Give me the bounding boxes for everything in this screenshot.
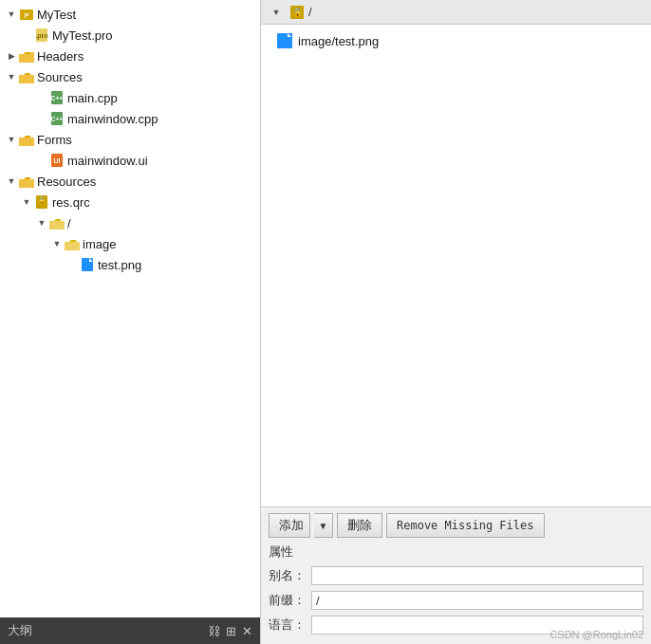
tree-arrow-root	[4, 7, 19, 22]
prop-label-alias: 别名：	[269, 567, 311, 584]
prop-label-language: 语言：	[269, 616, 311, 634]
tree-item-resources[interactable]: Resources	[0, 171, 260, 192]
test-png-label: test.png	[98, 258, 141, 272]
prop-row-language: 语言：	[269, 614, 643, 636]
bottom-bar: 大纲 ⛓ ⊞ ✕	[0, 617, 260, 644]
tree-root-label: MyTest	[37, 8, 76, 22]
sources-label: Sources	[37, 70, 83, 84]
resource-header-arrow	[269, 5, 284, 20]
mainwindow-ui-label: mainwindow.ui	[67, 154, 148, 168]
prop-input-prefix[interactable]	[311, 591, 643, 610]
tree-item-mainwindow-cpp[interactable]: ▶ C++ mainwindow.cpp	[0, 108, 260, 129]
tree-arrow-image	[49, 236, 65, 251]
prop-row-prefix: 前缀：	[269, 589, 643, 612]
image-folder-icon	[65, 238, 80, 251]
svg-rect-12	[82, 258, 93, 271]
project-icon: P	[19, 7, 34, 22]
svg-text:C++: C++	[51, 95, 63, 101]
headers-folder-icon	[19, 50, 34, 64]
add-button[interactable]: 添加	[269, 513, 310, 538]
svg-text:UI: UI	[54, 157, 61, 164]
resource-header-label: /	[308, 5, 312, 19]
main-cpp-label: main.cpp	[67, 91, 118, 105]
action-area: 添加 ▼ 删除 Remove Missing Files 属性 别名：	[261, 506, 651, 644]
prop-label-prefix: 前缀：	[269, 592, 311, 609]
resource-png-icon	[276, 32, 293, 49]
mainwindow-cpp-label: mainwindow.cpp	[67, 112, 158, 126]
svg-text:🔒: 🔒	[292, 7, 304, 18]
prop-row-alias: 别名：	[269, 564, 643, 587]
prop-input-alias[interactable]	[311, 566, 643, 585]
tree-item-res-qrc[interactable]: 🔒 res.qrc	[0, 192, 260, 212]
props-header-label: 属性	[269, 544, 293, 559]
tree-item-test-png[interactable]: ▶ test.png	[0, 254, 260, 275]
headers-label: Headers	[37, 49, 84, 64]
remove-missing-button[interactable]: Remove Missing Files	[386, 513, 545, 538]
tree-item-pro[interactable]: ▶ .pro MyTest.pro	[0, 25, 260, 46]
ui-file-icon: UI	[49, 153, 65, 168]
bottom-bar-icons: ⛓ ⊞ ✕	[208, 624, 252, 638]
tree-arrow-resources	[4, 174, 19, 189]
props-area: 属性 别名： 前缀： 语言：	[269, 543, 643, 636]
svg-text:🔒: 🔒	[37, 195, 46, 205]
tree-arrow-forms	[4, 132, 19, 147]
add-icon[interactable]: ⊞	[226, 624, 236, 638]
cpp-file-icon-main: C++	[49, 90, 65, 105]
svg-rect-15	[277, 33, 292, 48]
bottom-bar-label: 大纲	[8, 622, 208, 639]
tree-arrow-sources	[4, 69, 19, 84]
svg-text:P: P	[25, 12, 29, 19]
forms-label: Forms	[37, 133, 72, 147]
png-file-icon	[80, 257, 95, 272]
tree-arrow-slash	[34, 215, 49, 230]
add-dropdown-arrow[interactable]: ▼	[314, 513, 333, 538]
tree-item-mainwindow-ui[interactable]: ▶ UI mainwindow.ui	[0, 150, 260, 171]
resource-header-icon: 🔒	[289, 5, 305, 20]
remove-missing-button-label: Remove Missing Files	[397, 519, 534, 532]
tree-item-image-folder[interactable]: image	[0, 233, 260, 254]
resource-file-item[interactable]: image/test.png	[269, 30, 643, 51]
tree-root[interactable]: P MyTest	[0, 4, 260, 25]
pro-file-icon: .pro	[34, 28, 49, 43]
cpp-file-icon-mw: C++	[49, 111, 65, 126]
remove-button-label: 删除	[347, 517, 372, 534]
close-icon[interactable]: ✕	[242, 624, 252, 638]
forms-folder-icon	[19, 134, 34, 147]
props-header: 属性	[269, 543, 643, 561]
action-buttons: 添加 ▼ 删除 Remove Missing Files	[269, 513, 643, 538]
resource-header: 🔒 /	[261, 0, 651, 25]
slash-folder-icon	[49, 217, 65, 230]
resource-content: image/test.png	[261, 25, 651, 506]
resource-file-label: image/test.png	[298, 34, 379, 48]
image-folder-label: image	[83, 237, 116, 251]
tree-item-headers[interactable]: Headers	[0, 46, 260, 66]
link-icon[interactable]: ⛓	[208, 624, 220, 638]
resources-label: Resources	[37, 175, 96, 189]
tree-arrow-res-qrc	[19, 194, 34, 210]
svg-text:C++: C++	[51, 116, 63, 122]
tree-item-slash[interactable]: /	[0, 212, 260, 233]
resources-folder-icon	[19, 175, 34, 189]
tree-item-main-cpp[interactable]: ▶ C++ main.cpp	[0, 87, 260, 108]
sources-folder-icon	[19, 71, 34, 84]
add-button-label: 添加	[279, 517, 304, 534]
tree-item-sources[interactable]: Sources	[0, 66, 260, 87]
res-qrc-label: res.qrc	[52, 195, 90, 210]
pro-file-label: MyTest.pro	[52, 28, 113, 43]
tree-arrow-headers	[4, 48, 19, 64]
tree-item-forms[interactable]: Forms	[0, 129, 260, 150]
remove-button[interactable]: 删除	[337, 513, 382, 538]
svg-text:.pro: .pro	[35, 32, 47, 40]
qrc-file-icon: 🔒	[34, 194, 49, 210]
slash-label: /	[67, 216, 71, 230]
prop-input-language[interactable]	[311, 616, 643, 635]
